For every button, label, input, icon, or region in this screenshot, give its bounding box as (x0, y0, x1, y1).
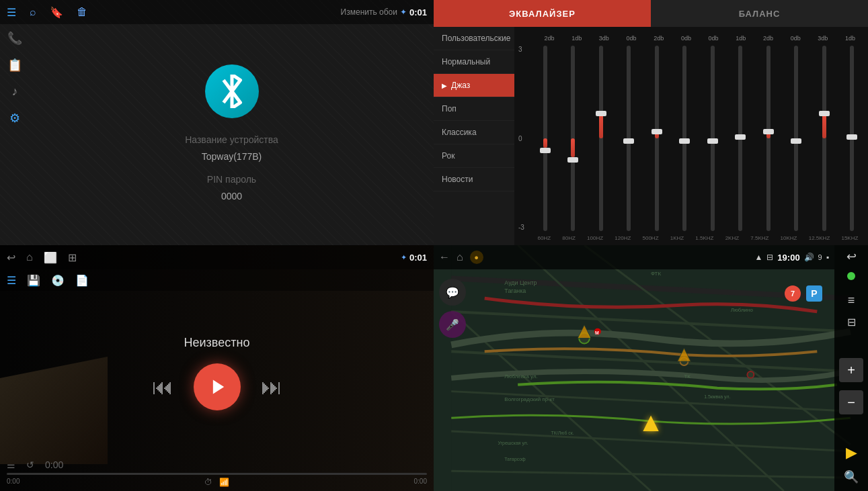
delete-icon[interactable]: 🗑 (77, 6, 87, 18)
eq-handle-10[interactable] (819, 111, 830, 116)
nav-volume-icon[interactable]: 🔊 (804, 253, 814, 262)
navigation-panel: Ауди Центр Таганка ФТК Люблино Люблевка … (434, 245, 868, 491)
window-icon[interactable]: ⬜ (44, 251, 57, 264)
clock-icon[interactable]: ⏱ (204, 478, 212, 487)
nav-compass-icon[interactable]: ▶ (846, 444, 857, 461)
nav-chat-button[interactable]: 💬 (439, 279, 466, 306)
music-nav-icons: ↩ ⌂ ⬜ ⊞ (7, 251, 77, 264)
preset-custom[interactable]: Пользовательские (434, 27, 514, 50)
svg-text:ТК: ТК (684, 373, 691, 380)
eq-slider-9[interactable] (785, 46, 809, 231)
eq-slider-6[interactable] (701, 46, 725, 231)
equalizer-icon[interactable]: ⚌ (7, 459, 15, 470)
eq-slider-3[interactable] (617, 46, 641, 231)
preset-classic[interactable]: Классика (434, 121, 514, 144)
nav-status-row: ▲ ⊟ 19:00 🔊 9 ▪ (754, 253, 829, 263)
svg-text:Волгоградский пр-кт: Волгоградский пр-кт (504, 396, 555, 402)
tab-equalizer[interactable]: ЭКВАЛАЙЗЕР (434, 0, 651, 27)
nav-left-controls: 💬 🎤 (439, 279, 466, 338)
eq-sliders-area: 2db 1db 3db 0db 2db 0db 0db 1db 2db 0db … (514, 27, 868, 245)
preset-normal[interactable]: Нормальный (434, 50, 514, 74)
eq-handle-7[interactable] (735, 134, 746, 140)
music-bottom: ⚌ ↺ 0:00 0:00 ⏱ 📶 0:00 (0, 455, 434, 491)
save-icon[interactable]: 💾 (27, 274, 40, 287)
play-icon (209, 377, 228, 396)
eq-handle-0[interactable] (540, 148, 551, 153)
wallpaper-label[interactable]: Изменить обои (341, 7, 397, 17)
bt-toolbar: ☰ ⌕ 🔖 🗑 (7, 6, 87, 19)
back-icon[interactable]: ↩ (7, 251, 15, 264)
nav-voice-button[interactable]: 🎤 (439, 311, 466, 338)
nav-parking-badge[interactable]: P (806, 285, 822, 302)
eq-handle-1[interactable] (567, 157, 578, 163)
eq-handle-11[interactable] (846, 134, 857, 140)
eq-body: Пользовательские Нормальный ▶ Джаз Поп К… (434, 27, 868, 245)
eq-handle-3[interactable] (623, 138, 634, 144)
play-button[interactable] (194, 363, 241, 410)
eq-handle-9[interactable] (791, 138, 801, 144)
search-icon[interactable]: ⌕ (30, 6, 36, 18)
repeat-icon[interactable]: ↺ (26, 459, 34, 470)
eq-slider-10[interactable] (812, 46, 836, 231)
bluetooth-symbol-icon (215, 75, 249, 108)
nav-home-icon[interactable]: ⌂ (457, 251, 463, 263)
preset-rock[interactable]: Рок (434, 144, 514, 168)
device-name-value: Topway(177B) (202, 151, 262, 162)
nav-volume-level: 9 (818, 253, 822, 261)
playlist-icon[interactable]: ☰ (7, 274, 16, 287)
eq-slider-2[interactable] (589, 46, 613, 231)
bookmark-icon[interactable]: 🔖 (50, 6, 63, 19)
eq-tabs: ЭКВАЛАЙЗЕР БАЛАНС (434, 0, 868, 27)
bt-device-info: Название устройства Topway(177B) PIN пар… (185, 132, 278, 205)
eq-handle-6[interactable] (707, 138, 718, 144)
eq-handle-2[interactable] (596, 111, 606, 116)
nav-search-icon[interactable]: 🔍 (844, 470, 859, 484)
music-extra-controls: ⚌ ↺ 0:00 (7, 459, 427, 470)
bt-main-content: Название устройства Topway(177B) PIN пар… (30, 24, 434, 245)
list-icon[interactable]: ☰ (7, 6, 16, 19)
preset-pop[interactable]: Поп (434, 97, 514, 121)
bt-left-sidebar: 📞 📋 ♪ ⚙ (0, 24, 30, 245)
nav-time: 19:00 (777, 253, 799, 263)
nav-traffic-badge[interactable]: 7 (785, 285, 801, 302)
music-time-row: 0:00 ⏱ 📶 0:00 (7, 478, 427, 487)
phone-icon[interactable]: 📞 (7, 31, 22, 46)
eq-db-labels: 2db 1db 3db 0db 2db 0db 0db 1db 2db 0db … (518, 30, 864, 43)
nav-circle-icon[interactable]: ● (470, 251, 483, 264)
eq-handle-5[interactable] (679, 138, 690, 144)
nav-zoom-in-button[interactable]: + (839, 358, 863, 382)
pin-value: 0000 (221, 191, 242, 202)
folder-icon[interactable]: 📄 (75, 274, 89, 287)
svg-text:Ауди Центр: Ауди Центр (504, 279, 537, 286)
nav-bookmark-icon[interactable]: ⊟ (847, 316, 856, 328)
contacts-icon[interactable]: 📋 (7, 58, 22, 73)
music-icon[interactable]: ♪ (12, 85, 18, 99)
eq-slider-11[interactable] (840, 46, 865, 231)
disk-icon[interactable]: 💿 (51, 274, 65, 287)
eq-slider-1[interactable] (561, 46, 586, 231)
music-main: Неизвестно ⏮ ⏭ (0, 291, 434, 455)
eq-slider-4[interactable] (645, 46, 669, 231)
next-track-button[interactable]: ⏭ (261, 375, 282, 400)
bt-top-bar: ☰ ⌕ 🔖 🗑 Изменить обои ✦ 0:01 (0, 0, 434, 24)
nav-menu-icon[interactable]: ≡ (848, 294, 855, 308)
eq-slider-8[interactable] (756, 46, 781, 231)
volume-bars-icon[interactable]: 📶 (219, 478, 229, 487)
nav-map[interactable]: Ауди Центр Таганка ФТК Люблино Люблевка … (434, 245, 868, 491)
eq-slider-7[interactable] (729, 46, 753, 231)
preset-news[interactable]: Новости (434, 168, 514, 191)
tab-balance[interactable]: БАЛАНС (651, 0, 868, 27)
settings-icon[interactable]: ⚙ (9, 111, 20, 126)
eq-handle-4[interactable] (652, 129, 662, 134)
music-progress-bar[interactable] (7, 473, 427, 475)
nav-zoom-out-button[interactable]: − (839, 390, 863, 414)
prev-track-button[interactable]: ⏮ (152, 375, 173, 400)
screenshot-icon[interactable]: ⊞ (68, 251, 77, 264)
home-icon[interactable]: ⌂ (26, 251, 33, 263)
eq-handle-8[interactable] (763, 129, 774, 134)
nav-back-icon[interactable]: ← (439, 251, 450, 263)
preset-jazz[interactable]: ▶ Джаз (434, 74, 514, 97)
eq-slider-5[interactable] (673, 46, 697, 231)
nav-back-arrow-icon[interactable]: ↩ (846, 249, 857, 264)
eq-slider-0[interactable] (533, 46, 557, 231)
